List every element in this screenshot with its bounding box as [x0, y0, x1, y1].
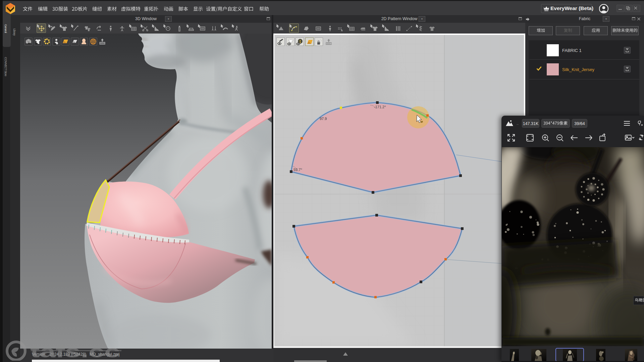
svg-text:tafs.cc: tafs.cc [30, 342, 120, 361]
svg-text:-171.2°: -171.2° [374, 105, 386, 109]
svg-text:93.7°: 93.7° [293, 168, 302, 172]
svg-text:97.9: 97.9 [320, 117, 327, 121]
